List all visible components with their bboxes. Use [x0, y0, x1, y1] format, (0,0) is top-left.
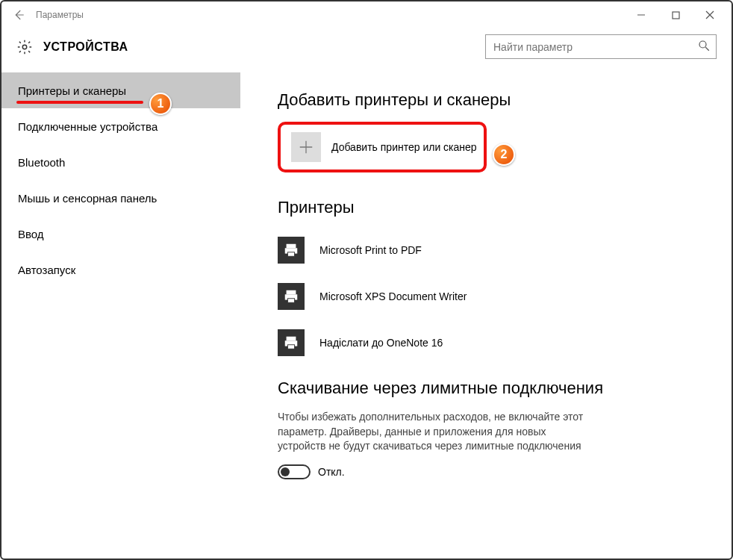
- svg-rect-11: [287, 252, 294, 257]
- sidebar-item-label: Мышь и сенсорная панель: [18, 192, 157, 205]
- svg-rect-12: [287, 290, 296, 295]
- metered-toggle-label: Откл.: [318, 466, 345, 478]
- sidebar-item-label: Принтеры и сканеры: [18, 84, 126, 97]
- section-printers-title: Принтеры: [278, 198, 714, 217]
- metered-toggle[interactable]: [278, 464, 311, 479]
- header: УСТРОЙСТВА: [1, 28, 732, 72]
- add-printer-label: Добавить принтер или сканер: [331, 141, 477, 153]
- metered-description: Чтобы избежать дополнительных расходов, …: [278, 410, 591, 454]
- sidebar-item-label: Ввод: [18, 228, 44, 240]
- sidebar-item-printers[interactable]: Принтеры и сканеры: [1, 72, 240, 108]
- content: Добавить принтеры и сканеры Добавить при…: [240, 72, 732, 560]
- sidebar-item-label: Bluetooth: [18, 156, 65, 169]
- annotation-badge-2: 2: [493, 143, 515, 166]
- sidebar-item-label: Автозапуск: [18, 264, 75, 276]
- printer-item[interactable]: Надіслати до OneNote 16: [278, 322, 714, 364]
- page-title: УСТРОЙСТВА: [43, 40, 128, 54]
- svg-rect-9: [287, 244, 296, 249]
- sidebar-item-input[interactable]: Ввод: [1, 216, 240, 252]
- svg-rect-15: [287, 337, 296, 341]
- sidebar-item-label: Подключенные устройства: [18, 120, 157, 133]
- section-add-title: Добавить принтеры и сканеры: [278, 90, 714, 110]
- plus-icon: [291, 132, 321, 162]
- sidebar-item-connected[interactable]: Подключенные устройства: [1, 108, 240, 144]
- svg-rect-14: [287, 299, 294, 303]
- sidebar-item-autorun[interactable]: Автозапуск: [1, 252, 240, 287]
- printer-label: Microsoft XPS Document Writer: [319, 290, 467, 302]
- section-metered-title: Скачивание через лимитные подключения: [278, 379, 714, 398]
- metered-toggle-row: Откл.: [278, 464, 714, 479]
- window-title: Параметры: [36, 10, 84, 20]
- search-icon: [697, 39, 711, 55]
- annotation-underline: [16, 101, 143, 104]
- sidebar-item-mouse[interactable]: Мышь и сенсорная панель: [1, 180, 240, 216]
- add-printer-highlight: Добавить принтер или сканер: [278, 122, 487, 172]
- search-wrap: [485, 34, 717, 59]
- svg-line-6: [705, 47, 709, 51]
- back-button[interactable]: [6, 2, 31, 28]
- sidebar-item-bluetooth[interactable]: Bluetooth: [1, 144, 240, 180]
- svg-rect-17: [287, 345, 294, 349]
- add-printer-button[interactable]: Добавить принтер или сканер: [281, 125, 484, 169]
- svg-point-5: [699, 41, 706, 48]
- printer-label: Надіслати до OneNote 16: [319, 337, 443, 349]
- sidebar: Принтеры и сканеры Подключенные устройст…: [1, 72, 240, 560]
- printer-item[interactable]: Microsoft Print to PDF: [278, 229, 714, 271]
- printer-icon: [278, 237, 305, 264]
- printer-icon: [278, 329, 305, 356]
- maximize-button[interactable]: [658, 4, 693, 26]
- printer-icon: [278, 283, 305, 310]
- main: Принтеры и сканеры Подключенные устройст…: [1, 72, 732, 560]
- minimize-button[interactable]: [624, 4, 658, 26]
- svg-point-4: [22, 45, 27, 49]
- search-input[interactable]: [485, 34, 717, 59]
- titlebar: Параметры: [1, 1, 732, 28]
- printer-label: Microsoft Print to PDF: [319, 244, 422, 256]
- close-button[interactable]: [693, 4, 727, 26]
- printer-item[interactable]: Microsoft XPS Document Writer: [278, 276, 714, 317]
- annotation-badge-1: 1: [149, 93, 172, 115]
- gear-icon: [16, 39, 33, 55]
- svg-rect-1: [673, 12, 679, 19]
